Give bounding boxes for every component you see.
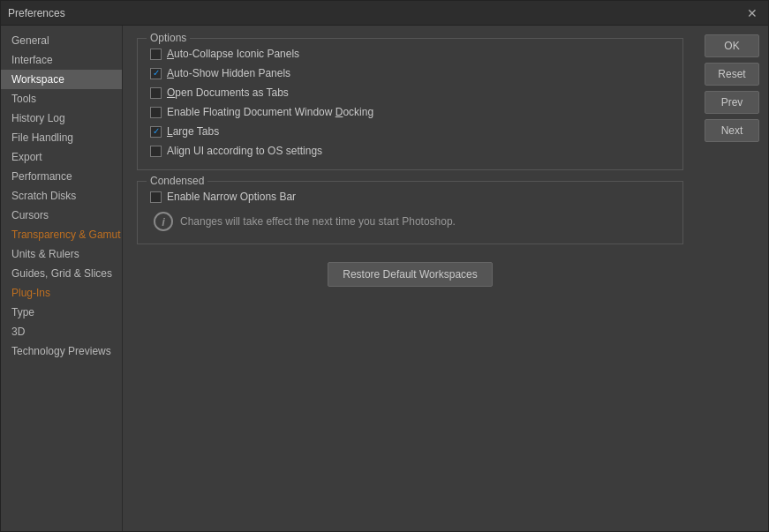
label-auto-show: Auto-Show Hidden Panels xyxy=(167,67,290,79)
label-floating: Enable Floating Document Window Docking xyxy=(167,106,373,118)
dialog-title: Preferences xyxy=(8,7,65,19)
buttons-panel: OK Reset Prev Next xyxy=(697,26,768,531)
sidebar-item-scratch-disks[interactable]: Scratch Disks xyxy=(1,186,122,206)
sidebar-item-plug-ins[interactable]: Plug-Ins xyxy=(1,283,122,303)
condensed-section: Condensed Enable Narrow Options Bar i Ch… xyxy=(137,181,683,244)
options-section-label: Options xyxy=(147,32,190,44)
sidebar-item-workspace[interactable]: Workspace xyxy=(1,70,122,89)
sidebar-item-transparency-gamut[interactable]: Transparency & Gamut xyxy=(1,225,122,244)
option-row-2: Open Documents as Tabs xyxy=(150,86,670,99)
close-button[interactable]: ✕ xyxy=(743,5,761,21)
sidebar-item-export[interactable]: Export xyxy=(1,147,122,167)
sidebar-item-units-rulers[interactable]: Units & Rulers xyxy=(1,244,122,264)
sidebar: GeneralInterfaceWorkspaceToolsHistory Lo… xyxy=(1,26,123,531)
option-row-0: Auto-Collapse Iconic Panels xyxy=(150,48,670,60)
next-button[interactable]: Next xyxy=(705,119,759,142)
restore-default-workspaces-button[interactable]: Restore Default Workspaces xyxy=(328,262,493,287)
checkbox-narrow-options[interactable] xyxy=(150,191,162,203)
options-section: Options Auto-Collapse Iconic Panels Auto… xyxy=(137,38,683,170)
checkbox-align-ui[interactable] xyxy=(150,146,162,157)
sidebar-item-type[interactable]: Type xyxy=(1,303,122,322)
ok-button[interactable]: OK xyxy=(705,34,759,57)
sidebar-item-general[interactable]: General xyxy=(1,31,122,50)
checkbox-auto-collapse[interactable] xyxy=(150,49,162,60)
sidebar-item-interface[interactable]: Interface xyxy=(1,50,122,70)
sidebar-item-guides-grid-slices[interactable]: Guides, Grid & Slices xyxy=(1,264,122,283)
condensed-section-label: Condensed xyxy=(147,175,207,187)
sidebar-item-performance[interactable]: Performance xyxy=(1,167,122,186)
sidebar-item-file-handling[interactable]: File Handling xyxy=(1,128,122,147)
info-icon: i xyxy=(154,212,173,231)
restore-wrapper: Restore Default Workspaces xyxy=(137,259,683,287)
dialog-body: GeneralInterfaceWorkspaceToolsHistory Lo… xyxy=(1,26,768,531)
checkbox-floating[interactable] xyxy=(150,107,162,118)
checkbox-open-docs[interactable] xyxy=(150,87,162,99)
condensed-option-row-0: Enable Narrow Options Bar xyxy=(150,191,670,203)
preferences-dialog: Preferences ✕ GeneralInterfaceWorkspaceT… xyxy=(0,0,769,532)
option-row-5: Align UI according to OS settings xyxy=(150,145,670,157)
label-align-ui: Align UI according to OS settings xyxy=(167,145,322,157)
label-open-docs: Open Documents as Tabs xyxy=(167,86,289,99)
checkbox-large-tabs[interactable] xyxy=(150,126,162,138)
main-area: Options Auto-Collapse Iconic Panels Auto… xyxy=(123,26,697,531)
sidebar-item-3d[interactable]: 3D xyxy=(1,322,122,341)
title-bar: Preferences ✕ xyxy=(1,1,768,26)
sidebar-item-technology-previews[interactable]: Technology Previews xyxy=(1,341,122,361)
label-auto-collapse: Auto-Collapse Iconic Panels xyxy=(167,48,299,60)
sidebar-item-tools[interactable]: Tools xyxy=(1,89,122,109)
reset-button[interactable]: Reset xyxy=(705,63,759,86)
info-text: Changes will take effect the next time y… xyxy=(180,215,456,228)
info-row: i Changes will take effect the next time… xyxy=(150,212,670,231)
checkbox-auto-show[interactable] xyxy=(150,68,162,79)
option-row-3: Enable Floating Document Window Docking xyxy=(150,106,670,118)
prev-button[interactable]: Prev xyxy=(705,91,759,114)
option-row-4: Large Tabs xyxy=(150,125,670,138)
sidebar-item-history-log[interactable]: History Log xyxy=(1,109,122,128)
sidebar-item-cursors[interactable]: Cursors xyxy=(1,206,122,225)
label-large-tabs: Large Tabs xyxy=(167,125,219,138)
label-narrow-options: Enable Narrow Options Bar xyxy=(167,191,296,203)
option-row-1: Auto-Show Hidden Panels xyxy=(150,67,670,79)
